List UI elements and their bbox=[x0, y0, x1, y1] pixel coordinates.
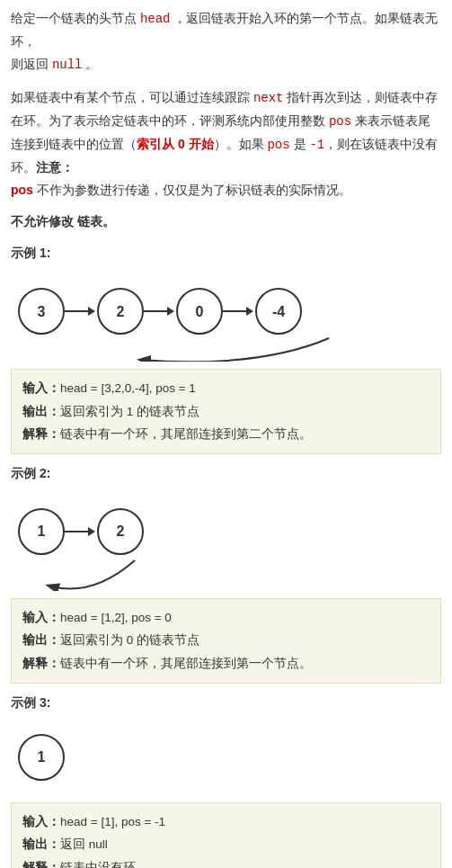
null-keyword: null bbox=[52, 58, 83, 72]
node-3: 3 bbox=[18, 288, 65, 335]
pos-keyword2: pos bbox=[267, 138, 289, 152]
ex2-explain-label: 解释： bbox=[22, 657, 60, 670]
desc-line1: 给定一个链表的头节点 bbox=[11, 11, 140, 25]
ex2-input-label: 输入： bbox=[22, 611, 60, 624]
ex2-explain-val: 链表中有一个环，其尾部连接到第一个节点。 bbox=[60, 657, 312, 670]
node-2: 2 bbox=[97, 288, 144, 335]
ex3-input-val: head = [1], pos = -1 bbox=[60, 815, 165, 828]
neg1-val: -1 bbox=[309, 138, 324, 152]
ex3-output-val: 返回 null bbox=[60, 837, 108, 851]
ex2-output-val: 返回索引为 0 的链表节点 bbox=[60, 633, 199, 647]
ex1-box: 输入：head = [3,2,0,-4], pos = 1 输出：返回索引为 1… bbox=[11, 369, 441, 454]
ex3-output-label: 输出： bbox=[22, 837, 60, 851]
ex3-box: 输入：head = [1], pos = -1 输出：返回 null 解释：链表… bbox=[11, 802, 441, 868]
no-modify-text: 不允许修改 链表。 bbox=[11, 211, 441, 233]
ex3-explain-val: 链表中没有环。 bbox=[60, 861, 148, 868]
ex2-diagram: 1 2 bbox=[11, 490, 441, 591]
node-0: 0 bbox=[176, 288, 223, 335]
arrow-3-2 bbox=[65, 307, 97, 316]
pos-keyword: pos bbox=[329, 114, 351, 129]
note-label: 注意： bbox=[36, 160, 74, 174]
desc-period: 。 bbox=[83, 57, 99, 71]
para2-cont6: 不作为参数进行传递，仅仅是为了标识链表的实际情况。 bbox=[33, 183, 351, 197]
node-2-ex2: 2 bbox=[97, 508, 144, 555]
ex1-output-val: 返回索引为 1 的链表节点 bbox=[60, 405, 199, 418]
ex2-input-val: head = [1,2], pos = 0 bbox=[60, 611, 172, 624]
desc-line2: 则返回 bbox=[11, 57, 52, 71]
curve-arrow-ex1 bbox=[50, 335, 347, 362]
pos-highlight: pos bbox=[11, 183, 33, 197]
curve-arrow-ex2 bbox=[20, 557, 164, 591]
para2-cont4: 是 bbox=[290, 137, 310, 151]
ex1-title: 示例 1: bbox=[11, 243, 441, 264]
para2-cont3: ）。如果 bbox=[214, 137, 268, 151]
ex1-explain-label: 解释： bbox=[22, 427, 60, 441]
ex3-title: 示例 3: bbox=[11, 693, 441, 714]
node-n4: -4 bbox=[255, 288, 302, 335]
ex3-explain-label: 解释： bbox=[22, 861, 60, 868]
arrow-0-n4 bbox=[223, 307, 255, 316]
ex1-input-label: 输入： bbox=[22, 381, 60, 395]
arrow-2-0 bbox=[144, 307, 176, 316]
node-1-ex3: 1 bbox=[18, 734, 65, 781]
idx-note: 索引从 0 开始 bbox=[137, 137, 214, 151]
next-keyword: next bbox=[253, 91, 284, 105]
node-1: 1 bbox=[18, 508, 65, 555]
ex1-explain-val: 链表中有一个环，其尾部连接到第二个节点。 bbox=[60, 427, 312, 441]
ex1-diagram: 3 2 0 -4 bbox=[11, 270, 441, 362]
ex3-input-label: 输入： bbox=[22, 815, 60, 828]
ex2-box: 输入：head = [1,2], pos = 0 输出：返回索引为 0 的链表节… bbox=[11, 598, 441, 684]
ex1-input-val: head = [3,2,0,-4], pos = 1 bbox=[60, 381, 196, 395]
arrow-1-2 bbox=[65, 527, 97, 536]
ex2-title: 示例 2: bbox=[11, 463, 441, 485]
problem-description: 给定一个链表的头节点 head ，返回链表开始入环的第一个节点。如果链表无环， … bbox=[11, 7, 441, 868]
ex1-output-label: 输出： bbox=[22, 405, 60, 418]
ex2-output-label: 输出： bbox=[22, 633, 60, 647]
head-keyword: head bbox=[140, 12, 171, 26]
para2: 如果链表中有某个节点，可以通过连续跟踪 bbox=[11, 90, 253, 104]
ex3-diagram: 1 bbox=[11, 720, 441, 795]
